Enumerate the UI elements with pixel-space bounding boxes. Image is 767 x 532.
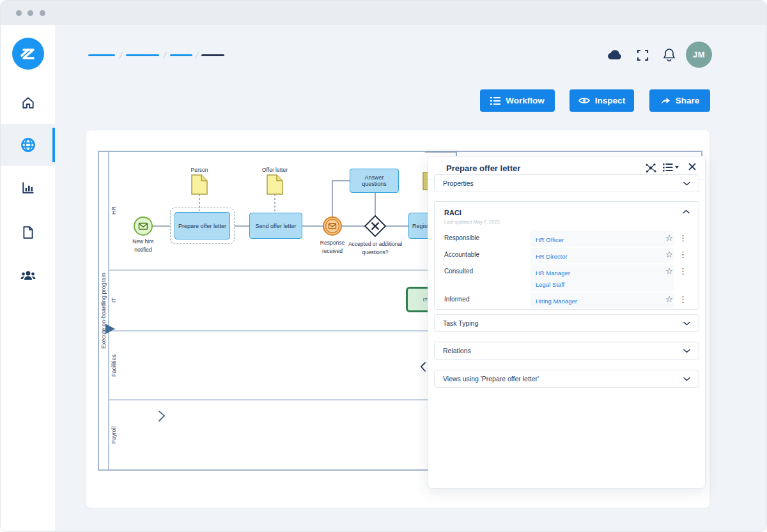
breadcrumb-item[interactable] — [170, 54, 192, 56]
logo-z-icon — [18, 43, 38, 64]
relations-graph-button[interactable] — [645, 163, 656, 173]
share-button-label: Share — [676, 96, 700, 105]
fullscreen-button[interactable] — [637, 49, 649, 61]
raci-value-chip[interactable]: HR Officer — [531, 231, 674, 247]
task-send-offer-letter[interactable]: Send offer letter — [249, 213, 302, 239]
kebab-menu-icon[interactable]: ⋮ — [679, 266, 687, 276]
sidebar-item-team[interactable] — [1, 254, 55, 296]
network-icon — [645, 163, 656, 173]
bell-icon — [663, 48, 676, 62]
app-logo[interactable] — [12, 38, 44, 70]
sidebar-item-analytics[interactable] — [1, 167, 55, 209]
fullscreen-icon — [637, 49, 649, 61]
view-options-button[interactable] — [663, 163, 679, 172]
chevron-down-icon — [683, 321, 690, 326]
home-icon — [21, 96, 35, 110]
raci-value-link[interactable]: HR Manager — [536, 268, 669, 279]
accordion-properties-label: Properties — [443, 179, 474, 187]
close-panel-button[interactable] — [688, 163, 696, 171]
breadcrumb-item[interactable] — [88, 54, 115, 56]
data-object-person[interactable] — [192, 175, 207, 194]
breadcrumb-separator: / — [160, 50, 169, 61]
raci-value-chip[interactable]: HR Director — [531, 248, 674, 263]
chevron-down-icon — [683, 181, 690, 186]
raci-row-responsible: Responsible HR Officer ☆ ⋮ — [444, 231, 691, 247]
app-window: / / / JM Workflow — [0, 0, 767, 532]
raci-row-label: Consulted — [444, 268, 473, 275]
breadcrumb-item[interactable] — [126, 54, 159, 56]
kebab-menu-icon[interactable]: ⋮ — [679, 294, 687, 304]
raci-row-informed: Informed Hiring Manager ☆ ⋮ — [444, 293, 691, 308]
window-dot[interactable] — [40, 10, 45, 16]
raci-row-consulted: Consulted HR Manager Legal Staff ☆ ⋮ — [444, 264, 691, 291]
avatar[interactable]: JM — [686, 42, 712, 68]
lane-label-it: IT — [109, 270, 118, 331]
lane-label-payroll: Payroll — [109, 400, 118, 470]
raci-value-link[interactable]: Legal Staff — [536, 279, 669, 291]
raci-row-accountable: Accountable HR Director ☆ ⋮ — [444, 248, 691, 263]
accordion-relations-label: Relations — [443, 347, 471, 354]
star-icon[interactable]: ☆ — [665, 250, 673, 259]
bar-chart-icon — [21, 181, 35, 195]
pool-label: Execute on-boarding program — [98, 151, 109, 470]
raci-value-link[interactable]: HR Director — [536, 251, 669, 262]
exclusive-gateway[interactable] — [365, 216, 385, 236]
inspect-button[interactable]: Inspect — [569, 89, 634, 112]
sidebar-item-documents[interactable] — [1, 211, 55, 254]
sidebar-item-views[interactable] — [1, 124, 55, 166]
inspect-button-label: Inspect — [595, 96, 625, 105]
start-event-label: New hire notified — [124, 238, 162, 254]
sidebar — [1, 25, 55, 531]
sync-status-button[interactable] — [606, 48, 624, 62]
close-icon — [688, 163, 696, 171]
intermediate-event-response[interactable] — [323, 217, 341, 235]
star-icon[interactable]: ☆ — [665, 266, 673, 276]
share-button[interactable]: Share — [649, 89, 710, 112]
eye-icon — [578, 96, 590, 105]
start-event-new-hire[interactable] — [134, 217, 152, 235]
star-icon[interactable]: ☆ — [665, 294, 673, 304]
raci-row-label: Accountable — [444, 251, 479, 258]
task-answer-questions[interactable]: Answer questions — [350, 169, 399, 193]
window-dot[interactable] — [27, 10, 33, 16]
raci-last-updated: Last updated May 7, 2023 — [444, 219, 500, 225]
detail-panel: Prepare offer letter — [428, 156, 706, 489]
accordion-task-typing[interactable]: Task Typing — [434, 314, 699, 332]
window-titlebar — [1, 1, 767, 25]
breadcrumb-item-current — [201, 54, 224, 56]
raci-value-link[interactable]: HR Officer — [536, 234, 669, 246]
workflow-button-label: Workflow — [506, 96, 545, 105]
notifications-button[interactable] — [663, 48, 676, 62]
task-prepare-offer-letter[interactable]: Prepare offer letter — [174, 212, 230, 239]
workflow-button[interactable]: Workflow — [480, 89, 555, 112]
globe-icon — [20, 137, 36, 153]
diagram-canvas[interactable]: Execute on-boarding program HR IT Facili… — [86, 130, 710, 508]
cloud-icon — [606, 48, 624, 62]
chevron-down-icon — [683, 377, 690, 381]
window-dot[interactable] — [16, 10, 22, 16]
raci-value-chip[interactable]: HR Manager Legal Staff — [531, 264, 674, 291]
collapse-raci-button[interactable] — [683, 209, 690, 214]
star-icon[interactable]: ☆ — [665, 233, 673, 243]
data-object-offer-letter[interactable] — [267, 175, 283, 194]
sidebar-item-home[interactable] — [1, 82, 55, 124]
accordion-properties[interactable]: Properties — [434, 174, 699, 192]
kebab-menu-icon[interactable]: ⋮ — [679, 250, 687, 259]
share-icon — [660, 96, 670, 105]
panel-collapse-chevron[interactable] — [421, 363, 425, 371]
people-icon — [20, 269, 36, 282]
raci-title: RACI — [444, 209, 461, 217]
breadcrumb-separator: / — [116, 50, 125, 61]
breadcrumb-separator: / — [192, 50, 201, 61]
accordion-views-using[interactable]: Views using 'Prepare offer letter' — [434, 370, 699, 388]
kebab-menu-icon[interactable]: ⋮ — [679, 233, 687, 243]
chevron-down-icon — [683, 349, 690, 353]
raci-value-chip[interactable]: Hiring Manager — [531, 293, 674, 308]
chevron-up-icon — [683, 209, 690, 214]
payroll-expand-chevron[interactable] — [159, 411, 164, 421]
raci-value-link[interactable]: Hiring Manager — [536, 296, 669, 307]
raci-row-label: Informed — [444, 296, 469, 303]
gateway-label: Accepted or additional questions? — [339, 240, 411, 257]
accordion-relations[interactable]: Relations — [434, 342, 699, 360]
list-icon — [490, 96, 500, 105]
